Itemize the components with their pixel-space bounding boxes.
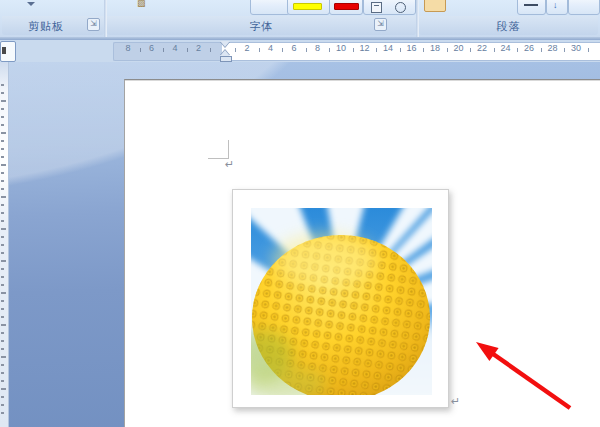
paragraph-mark: ↵ [225, 158, 234, 171]
vertical-ruler-tick [1, 404, 4, 406]
ruler-number: 12 [358, 43, 372, 53]
ruler-tick [541, 48, 542, 52]
ruler-number: 4 [264, 43, 278, 53]
ruler-tick [329, 48, 330, 52]
char-tools-cluster [363, 0, 416, 15]
vertical-ruler-tick [1, 412, 4, 414]
vertical-ruler-tick [1, 276, 4, 278]
vertical-ruler-tick [1, 268, 4, 270]
vertical-ruler-tick [1, 252, 4, 254]
show-marks-button[interactable] [568, 0, 600, 15]
ruler-tick [140, 48, 141, 52]
vertical-ruler-tick [1, 388, 6, 390]
margin-crop-mark [228, 140, 229, 159]
ruler-tick [447, 48, 448, 52]
ruler-tick [235, 48, 236, 52]
sort-button[interactable]: ↓ [546, 0, 568, 15]
paste-dropdown-arrow[interactable] [27, 2, 35, 6]
ribbon-group-font: ▨ 字体 ⇲ [107, 0, 416, 37]
ruler-number: 2 [240, 43, 254, 53]
vertical-ruler-tick [1, 396, 4, 398]
ruler-tick [259, 48, 260, 52]
ruler-number: 14 [381, 43, 395, 53]
ruler-tick [588, 48, 589, 52]
vertical-ruler-tick [1, 236, 4, 238]
vertical-ruler-tick [1, 124, 4, 126]
vertical-ruler-tick [1, 220, 4, 222]
horizontal-ruler[interactable]: 864224681012141618202224262830 [0, 40, 600, 62]
indent-markers[interactable] [219, 41, 232, 61]
character-border-icon[interactable] [371, 2, 382, 13]
ruler-tick [210, 48, 211, 52]
vertical-ruler-tick [1, 108, 4, 110]
tab-selector-button[interactable] [0, 41, 16, 62]
first-line-indent-marker[interactable] [220, 41, 230, 47]
cut-button[interactable] [250, 0, 290, 15]
vertical-ruler-tick [1, 188, 4, 190]
clipboard-dialog-launcher-icon[interactable]: ⇲ [87, 18, 100, 31]
vertical-ruler-tick [1, 316, 4, 318]
vertical-ruler-tick [1, 148, 4, 150]
vertical-ruler-tick [1, 84, 4, 86]
ruler-number: 2 [192, 43, 206, 53]
ruler-tick [376, 48, 377, 52]
sort-arrow-icon: ↓ [553, 0, 558, 10]
vertical-ruler[interactable] [0, 62, 9, 427]
vertical-ruler-tick [1, 308, 4, 310]
ruler-tick [470, 48, 471, 52]
highlight-color-button[interactable] [287, 0, 330, 15]
word-window: 剪贴板 ⇲ ▨ 字体 ⇲ [0, 0, 600, 427]
vertical-ruler-tick [1, 212, 4, 214]
ruler-number: 28 [546, 43, 560, 53]
vertical-ruler-tick [1, 300, 4, 302]
ruler-number: 6 [145, 43, 159, 53]
ruler-tick [187, 48, 188, 52]
paragraph-label-bar: 段落 [419, 16, 598, 35]
vertical-ruler-tick [1, 284, 4, 286]
ruler-tick [423, 48, 424, 52]
vertical-ruler-tick [1, 324, 6, 326]
vertical-ruler-tick [1, 132, 6, 134]
bottom-border-icon [524, 4, 538, 6]
shading-button-icon[interactable] [424, 0, 446, 12]
ribbon: 剪贴板 ⇲ ▨ 字体 ⇲ [0, 0, 600, 40]
ruler-tick [517, 48, 518, 52]
border-button[interactable] [517, 0, 546, 15]
document-workspace: ↵ [0, 62, 600, 427]
vertical-ruler-tick [1, 380, 4, 382]
vertical-ruler-tick [1, 340, 4, 342]
font-dialog-launcher-icon[interactable]: ⇲ [374, 18, 387, 31]
vertical-ruler-tick [1, 348, 4, 350]
vertical-ruler-tick [1, 164, 6, 166]
font-color-button[interactable] [329, 0, 363, 15]
vertical-ruler-tick [1, 204, 4, 206]
format-painter-icon[interactable]: ▨ [137, 0, 146, 8]
ruler-tick [282, 48, 283, 52]
document-page[interactable]: ↵ [124, 79, 600, 427]
vertical-ruler-tick [1, 372, 4, 374]
flower-photo [251, 208, 432, 395]
ruler-number: 22 [475, 43, 489, 53]
font-group-label: 字体 [107, 19, 416, 34]
ribbon-group-clipboard: 剪贴板 ⇲ [0, 0, 104, 37]
vertical-ruler-tick [1, 172, 4, 174]
ruler-number: 26 [522, 43, 536, 53]
vertical-ruler-tick [1, 100, 6, 102]
vertical-ruler-tick [1, 244, 4, 246]
vertical-ruler-tick [1, 332, 4, 334]
ruler-number: 18 [428, 43, 442, 53]
vertical-ruler-tick [1, 364, 4, 366]
ruler-number: 20 [452, 43, 466, 53]
vertical-ruler-tick [1, 92, 4, 94]
vertical-ruler-tick [1, 180, 4, 182]
vertical-ruler-tick [1, 116, 4, 118]
vertical-ruler-tick [1, 260, 6, 262]
vertical-ruler-tick [1, 292, 6, 294]
ruler-number: 6 [287, 43, 301, 53]
enclose-character-icon[interactable] [395, 2, 406, 13]
clipboard-label-bar: 剪贴板 ⇲ [2, 16, 104, 35]
ruler-tick [564, 48, 565, 52]
font-color-swatch [334, 3, 359, 10]
highlight-color-swatch [293, 3, 322, 10]
inline-picture-frame[interactable] [232, 189, 449, 408]
